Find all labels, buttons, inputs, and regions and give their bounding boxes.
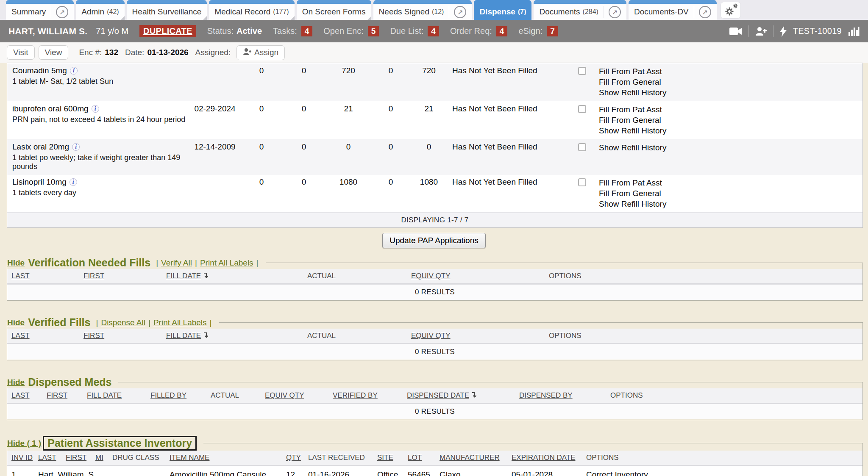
fill-date-cell: 12-14-2009 [189,139,240,174]
tasks-count-badge[interactable]: 4 [301,26,313,36]
column-header-expiration-date[interactable]: EXPIRATION DATE [507,451,582,466]
tab-documents-dv[interactable]: Documents-DV ↗ [629,0,717,20]
fill-from-general-link[interactable]: Fill From General [599,188,862,199]
correct-inventory-link[interactable]: Correct Inventory [582,466,862,476]
column-header-first[interactable]: FIRST [79,269,162,284]
column-header-first[interactable]: FIRST [61,451,91,466]
column-header-lot[interactable]: LOT [403,451,435,466]
last-received-cell: 01-16-2026 [304,466,373,476]
update-pap-applications-button[interactable]: Update PAP Applications [382,233,486,248]
fill-from-pat-asst-link[interactable]: Fill From Pat Asst [599,177,862,188]
encounter-toolbar: Visit View Enc #: 132 Date: 01-13-2026 A… [0,42,868,63]
dispense-all-link[interactable]: Dispense All [101,318,145,327]
hide-section-link[interactable]: Hide ( 1 ) [7,439,41,448]
column-header-fill-date[interactable]: FILL DATE [83,388,146,404]
print-all-labels-link[interactable]: Print All Labels [153,318,207,327]
esign-counter: eSign: 7 [518,26,558,36]
tab-summary[interactable]: Summary ↗ [6,0,74,20]
fill-from-general-link[interactable]: Fill From General [599,115,862,125]
tab-documents[interactable]: Documents (284) ↗ [534,0,626,20]
patient-assistance-inventory-table: INV ID LAST FIRST MI DRUG CLASS ITEM NAM… [7,451,862,476]
due-list-count-badge[interactable]: 4 [428,26,439,36]
column-header-drug-class: DRUG CLASS [108,451,165,466]
open-in-new-window-button[interactable]: ↗ [449,6,466,18]
tab-needs-signed[interactable]: Needs Signed (12) ↗ [373,0,472,20]
column-header-equiv-qty[interactable]: EQUIV QTY [407,329,545,344]
column-header-first[interactable]: FIRST [79,329,162,344]
column-header-fill-date[interactable]: FILL DATE [162,329,293,344]
open-in-new-window-button[interactable]: ↗ [694,6,711,18]
fill-from-pat-asst-link[interactable]: Fill From Pat Asst [599,104,862,115]
column-header-filled-by[interactable]: FILLED BY [146,388,206,404]
refill-checkbox[interactable] [578,178,586,186]
info-icon[interactable]: i [92,105,99,113]
tab-label: Health Surveillance [132,7,202,17]
column-header-equiv-qty[interactable]: EQUIV QTY [407,269,545,284]
hide-section-link[interactable]: Hide [7,258,25,268]
tab-on-screen-forms[interactable]: On Screen Forms [297,0,371,20]
info-icon[interactable]: i [70,178,77,186]
external-link-icon: ↗ [609,6,621,18]
assign-button[interactable]: Assign [236,45,285,60]
fill-from-pat-asst-link[interactable]: Fill From Pat Asst [599,66,862,77]
show-refill-history-link[interactable]: Show Refill History [599,87,862,98]
add-user-icon[interactable] [755,26,767,36]
tab-accent-strip [76,0,124,4]
hide-section-link[interactable]: Hide [7,318,25,327]
column-header-dispensed-by[interactable]: DISPENSED BY [515,388,606,404]
show-refill-history-link[interactable]: Show Refill History [599,125,862,136]
info-icon[interactable]: i [72,143,80,151]
column-header-fill-date[interactable]: FILL DATE [162,269,293,284]
bar-chart-icon[interactable] [848,26,860,36]
verify-all-link[interactable]: Verify All [161,258,192,268]
column-header-verified-by[interactable]: VERIFIED BY [328,388,403,404]
enc-value: 132 [105,48,118,57]
column-header-inv-id[interactable]: INV ID [7,451,34,466]
column-header-mi[interactable]: MI [91,451,108,466]
refill-checkbox[interactable] [578,143,586,151]
column-header-equiv-qty[interactable]: EQUIV QTY [261,388,328,404]
dropdown-corner-icon [203,16,207,20]
open-in-new-window-button[interactable]: ↗ [51,6,68,18]
show-refill-history-link[interactable]: Show Refill History [599,142,862,153]
open-enc-count-badge[interactable]: 5 [368,26,379,36]
verified-fills-section: Hide Verified Fills | Dispense All | Pri… [7,316,863,360]
hide-section-link[interactable]: Hide [7,378,25,387]
print-all-labels-link[interactable]: Print All Labels [200,258,253,268]
column-header-first[interactable]: FIRST [42,388,83,404]
column-header-last[interactable]: LAST [7,329,79,344]
tab-health-surveillance[interactable]: Health Surveillance [127,0,207,20]
tab-settings-button[interactable] [721,2,741,19]
table-header-row: LAST FIRST FILL DATE FILLED BY ACTUAL EQ… [7,388,862,404]
tab-count: (177) [273,8,289,16]
separator: | [210,318,212,327]
tab-medical-record[interactable]: Medical Record (177) [209,0,294,20]
external-link-icon: ↗ [454,6,466,18]
order-req-count-badge[interactable]: 4 [496,26,508,36]
video-call-icon[interactable] [729,27,742,36]
table-header-row: LAST FIRST FILL DATE ACTUAL EQUIV QTY OP… [7,269,862,284]
column-header-last[interactable]: LAST [7,269,79,284]
column-header-site[interactable]: SITE [373,451,403,466]
show-refill-history-link[interactable]: Show Refill History [599,199,862,209]
lightning-icon[interactable] [780,26,787,37]
fill-from-general-link[interactable]: Fill From General [599,77,862,87]
order-req-counter: Order Req: 4 [450,26,508,36]
visit-button[interactable]: Visit [7,45,35,60]
tab-dispense[interactable]: Dispense (7) [474,0,531,20]
tab-admin[interactable]: Admin (42) [76,0,124,20]
column-header-qty[interactable]: QTY [282,451,304,466]
column-header-manufacturer[interactable]: MANUFACTURER [435,451,507,466]
column-header-item-name[interactable]: ITEM NAME [165,451,282,466]
column-header-last[interactable]: LAST [34,451,61,466]
refill-checkbox[interactable] [578,67,586,75]
view-button[interactable]: View [39,45,69,60]
column-header-last[interactable]: LAST [7,388,42,404]
duplicate-badge[interactable]: DUPLICATE [139,25,196,37]
esign-count-badge[interactable]: 7 [547,26,558,36]
info-icon[interactable]: i [70,67,78,75]
refill-checkbox[interactable] [578,105,586,113]
dropdown-corner-icon [121,16,125,20]
column-header-dispensed-date[interactable]: DISPENSED DATE [403,388,515,404]
open-in-new-window-button[interactable]: ↗ [604,6,621,18]
